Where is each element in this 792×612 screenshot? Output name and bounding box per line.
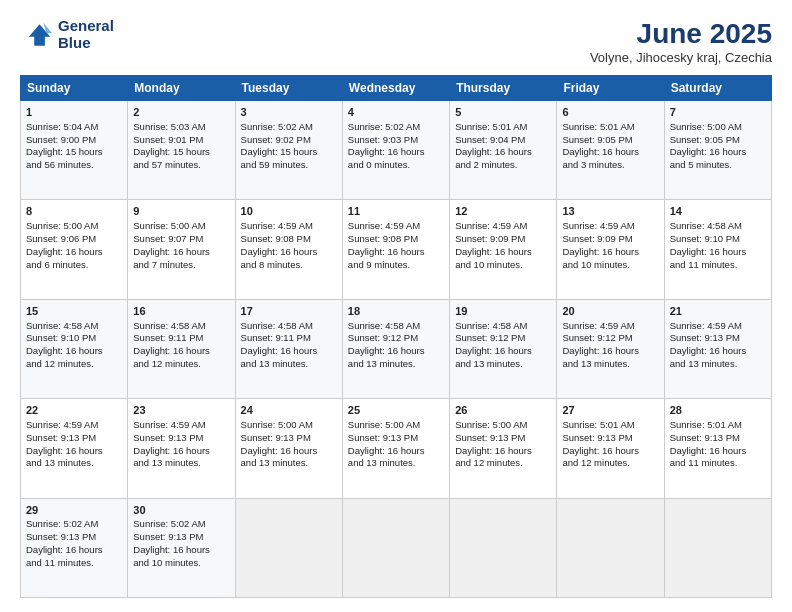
day-number: 16	[133, 304, 229, 319]
day-number: 6	[562, 105, 658, 120]
calendar-week-row: 29Sunrise: 5:02 AMSunset: 9:13 PMDayligh…	[21, 498, 772, 597]
day-number: 27	[562, 403, 658, 418]
logo-icon	[20, 19, 52, 51]
calendar-cell: 4Sunrise: 5:02 AMSunset: 9:03 PMDaylight…	[342, 101, 449, 200]
day-number: 12	[455, 204, 551, 219]
calendar-cell	[557, 498, 664, 597]
calendar-cell: 20Sunrise: 4:59 AMSunset: 9:12 PMDayligh…	[557, 299, 664, 398]
day-number: 4	[348, 105, 444, 120]
calendar-cell: 6Sunrise: 5:01 AMSunset: 9:05 PMDaylight…	[557, 101, 664, 200]
day-number: 3	[241, 105, 337, 120]
calendar-subtitle: Volyne, Jihocesky kraj, Czechia	[590, 50, 772, 65]
day-number: 1	[26, 105, 122, 120]
calendar-cell: 19Sunrise: 4:58 AMSunset: 9:12 PMDayligh…	[450, 299, 557, 398]
day-number: 28	[670, 403, 766, 418]
day-number: 20	[562, 304, 658, 319]
calendar-week-row: 15Sunrise: 4:58 AMSunset: 9:10 PMDayligh…	[21, 299, 772, 398]
calendar-cell: 1Sunrise: 5:04 AMSunset: 9:00 PMDaylight…	[21, 101, 128, 200]
day-number: 17	[241, 304, 337, 319]
day-number: 23	[133, 403, 229, 418]
day-number: 10	[241, 204, 337, 219]
calendar-week-row: 1Sunrise: 5:04 AMSunset: 9:00 PMDaylight…	[21, 101, 772, 200]
calendar-day-header: Thursday	[450, 76, 557, 101]
calendar-cell	[342, 498, 449, 597]
calendar-cell: 16Sunrise: 4:58 AMSunset: 9:11 PMDayligh…	[128, 299, 235, 398]
calendar-day-header: Saturday	[664, 76, 771, 101]
calendar-title: June 2025	[590, 18, 772, 50]
day-number: 13	[562, 204, 658, 219]
calendar-header-row: SundayMondayTuesdayWednesdayThursdayFrid…	[21, 76, 772, 101]
calendar-cell	[664, 498, 771, 597]
calendar-cell: 2Sunrise: 5:03 AMSunset: 9:01 PMDaylight…	[128, 101, 235, 200]
calendar-cell: 11Sunrise: 4:59 AMSunset: 9:08 PMDayligh…	[342, 200, 449, 299]
day-number: 29	[26, 503, 122, 518]
calendar-table: SundayMondayTuesdayWednesdayThursdayFrid…	[20, 75, 772, 598]
day-number: 18	[348, 304, 444, 319]
calendar-day-header: Sunday	[21, 76, 128, 101]
calendar-cell	[450, 498, 557, 597]
calendar-cell: 13Sunrise: 4:59 AMSunset: 9:09 PMDayligh…	[557, 200, 664, 299]
calendar-cell: 25Sunrise: 5:00 AMSunset: 9:13 PMDayligh…	[342, 399, 449, 498]
day-number: 7	[670, 105, 766, 120]
calendar-cell: 15Sunrise: 4:58 AMSunset: 9:10 PMDayligh…	[21, 299, 128, 398]
calendar-cell: 5Sunrise: 5:01 AMSunset: 9:04 PMDaylight…	[450, 101, 557, 200]
calendar-cell: 3Sunrise: 5:02 AMSunset: 9:02 PMDaylight…	[235, 101, 342, 200]
calendar-cell: 28Sunrise: 5:01 AMSunset: 9:13 PMDayligh…	[664, 399, 771, 498]
day-number: 5	[455, 105, 551, 120]
calendar-cell: 27Sunrise: 5:01 AMSunset: 9:13 PMDayligh…	[557, 399, 664, 498]
calendar-cell: 30Sunrise: 5:02 AMSunset: 9:13 PMDayligh…	[128, 498, 235, 597]
day-number: 15	[26, 304, 122, 319]
calendar-day-header: Wednesday	[342, 76, 449, 101]
calendar-cell: 7Sunrise: 5:00 AMSunset: 9:05 PMDaylight…	[664, 101, 771, 200]
day-number: 11	[348, 204, 444, 219]
day-number: 30	[133, 503, 229, 518]
calendar-day-header: Tuesday	[235, 76, 342, 101]
calendar-cell: 8Sunrise: 5:00 AMSunset: 9:06 PMDaylight…	[21, 200, 128, 299]
logo-text: General Blue	[58, 18, 114, 51]
calendar-cell: 12Sunrise: 4:59 AMSunset: 9:09 PMDayligh…	[450, 200, 557, 299]
day-number: 9	[133, 204, 229, 219]
calendar-cell: 17Sunrise: 4:58 AMSunset: 9:11 PMDayligh…	[235, 299, 342, 398]
title-block: June 2025 Volyne, Jihocesky kraj, Czechi…	[590, 18, 772, 65]
logo: General Blue	[20, 18, 114, 51]
calendar-week-row: 22Sunrise: 4:59 AMSunset: 9:13 PMDayligh…	[21, 399, 772, 498]
day-number: 8	[26, 204, 122, 219]
day-number: 14	[670, 204, 766, 219]
day-number: 24	[241, 403, 337, 418]
day-number: 26	[455, 403, 551, 418]
calendar-page: General Blue June 2025 Volyne, Jihocesky…	[0, 0, 792, 612]
calendar-cell	[235, 498, 342, 597]
calendar-cell: 26Sunrise: 5:00 AMSunset: 9:13 PMDayligh…	[450, 399, 557, 498]
calendar-cell: 14Sunrise: 4:58 AMSunset: 9:10 PMDayligh…	[664, 200, 771, 299]
day-number: 25	[348, 403, 444, 418]
header: General Blue June 2025 Volyne, Jihocesky…	[20, 18, 772, 65]
calendar-cell: 21Sunrise: 4:59 AMSunset: 9:13 PMDayligh…	[664, 299, 771, 398]
day-number: 22	[26, 403, 122, 418]
calendar-cell: 23Sunrise: 4:59 AMSunset: 9:13 PMDayligh…	[128, 399, 235, 498]
calendar-day-header: Friday	[557, 76, 664, 101]
day-number: 19	[455, 304, 551, 319]
calendar-cell: 29Sunrise: 5:02 AMSunset: 9:13 PMDayligh…	[21, 498, 128, 597]
calendar-cell: 18Sunrise: 4:58 AMSunset: 9:12 PMDayligh…	[342, 299, 449, 398]
day-number: 21	[670, 304, 766, 319]
calendar-cell: 9Sunrise: 5:00 AMSunset: 9:07 PMDaylight…	[128, 200, 235, 299]
day-number: 2	[133, 105, 229, 120]
calendar-cell: 10Sunrise: 4:59 AMSunset: 9:08 PMDayligh…	[235, 200, 342, 299]
calendar-cell: 24Sunrise: 5:00 AMSunset: 9:13 PMDayligh…	[235, 399, 342, 498]
calendar-week-row: 8Sunrise: 5:00 AMSunset: 9:06 PMDaylight…	[21, 200, 772, 299]
calendar-day-header: Monday	[128, 76, 235, 101]
calendar-cell: 22Sunrise: 4:59 AMSunset: 9:13 PMDayligh…	[21, 399, 128, 498]
